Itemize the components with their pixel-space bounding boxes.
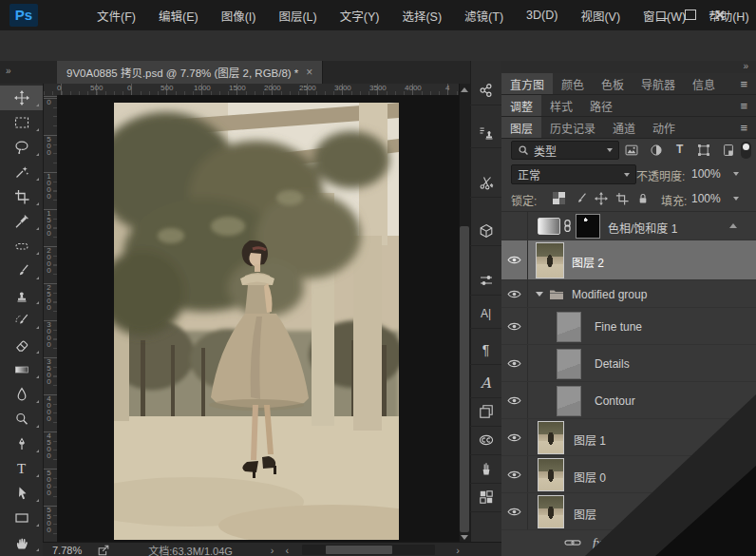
layer-name[interactable]: Modified group (572, 288, 647, 301)
tab-channels[interactable]: 通道 (604, 117, 644, 138)
filter-adjustment-layers-icon[interactable] (650, 144, 663, 157)
document-tab[interactable]: 9V0A0885 拷贝.psd @ 7.78% (图层 2, RGB/8) * … (57, 61, 323, 84)
fill-caret-icon[interactable] (733, 197, 739, 201)
layer-name[interactable]: Fine tune (595, 320, 642, 334)
layer-visibility-toggle[interactable] (501, 345, 528, 381)
document-image[interactable] (114, 103, 399, 540)
filter-toggle-switch[interactable] (741, 142, 751, 159)
layer-visibility-toggle[interactable] (501, 240, 528, 279)
healing-brush-tool[interactable] (0, 234, 43, 259)
maximize-button[interactable] (678, 7, 703, 23)
layer-row-details[interactable]: Details (501, 345, 756, 382)
scroll-right-icon[interactable]: › (456, 545, 460, 556)
menu-filter[interactable]: 滤镜(T) (455, 7, 513, 25)
hand-tool[interactable] (0, 530, 43, 555)
tab-history[interactable]: 历史记录 (541, 117, 604, 138)
canvas-area[interactable] (57, 95, 459, 542)
panel-menu-icon[interactable]: ≡ (731, 73, 756, 94)
layer-thumbnail[interactable] (538, 421, 564, 454)
artboards-panel-button[interactable] (470, 397, 501, 427)
tab-navigator[interactable]: 导航器 (633, 73, 684, 94)
layer-row-hue-saturation[interactable]: 色相/饱和度 1 (501, 211, 756, 240)
glyphs-panel-button[interactable]: A (470, 369, 501, 398)
menu-edit[interactable]: 编辑(E) (149, 7, 208, 25)
export-assets-panel-button[interactable] (470, 483, 501, 512)
lock-all-icon[interactable] (634, 190, 651, 206)
layer-row-group[interactable]: Modified group (501, 280, 756, 308)
blur-tool[interactable] (0, 382, 43, 407)
layer-visibility-toggle[interactable] (501, 382, 528, 418)
layer-row-fine-tune[interactable]: Fine tune (501, 308, 756, 345)
brush-tool[interactable] (0, 259, 43, 283)
fill-value[interactable]: 100% (691, 192, 721, 205)
menu-3d[interactable]: 3D(D) (517, 9, 567, 22)
document-size-info[interactable]: 文档:63.3M/1.04G (148, 543, 233, 556)
marquee-tool[interactable] (0, 110, 43, 135)
tab-actions[interactable]: 动作 (644, 117, 684, 138)
layer-row-contour[interactable]: Contour (501, 382, 756, 419)
node-graph-panel-button[interactable] (470, 76, 501, 105)
zoom-level-field[interactable]: 7.78% (52, 545, 82, 556)
status-chevron-left-icon[interactable]: ‹ (286, 545, 290, 556)
horizontal-scrollbar-thumb[interactable] (326, 546, 392, 554)
minimize-button[interactable] (650, 7, 674, 23)
lock-artboard-icon[interactable] (614, 190, 630, 206)
layer-visibility-toggle[interactable] (501, 308, 528, 344)
layer-name[interactable]: 图层 0 (574, 469, 606, 485)
tab-adjustments[interactable]: 调整 (501, 95, 541, 116)
menu-file[interactable]: 文件(F) (87, 7, 145, 25)
tab-layers[interactable]: 图层 (501, 117, 541, 138)
layer-row-layer2-selected[interactable]: 图层 2 (501, 240, 756, 280)
share-icon[interactable] (97, 544, 110, 556)
layer-name[interactable]: Details (595, 357, 630, 371)
tool-presets-panel-button[interactable] (470, 168, 501, 198)
rectangle-tool[interactable] (0, 506, 43, 530)
layer-thumbnail[interactable] (536, 242, 564, 278)
status-chevron-right-icon[interactable]: › (271, 545, 274, 556)
panel-menu-icon[interactable]: ≡ (731, 117, 756, 138)
filter-shape-layers-icon[interactable] (697, 144, 710, 157)
layer-visibility-toggle[interactable] (501, 419, 528, 455)
path-selection-tool[interactable] (0, 481, 43, 506)
tab-paths[interactable]: 路径 (581, 95, 621, 116)
mask-link-icon[interactable] (562, 219, 573, 233)
lock-position-icon[interactable] (593, 190, 609, 206)
adjustment-thumbnail[interactable] (538, 218, 560, 235)
menu-layer[interactable]: 图层(L) (269, 7, 326, 25)
layer-name[interactable]: 图层 1 (574, 431, 606, 448)
vertical-ruler[interactable]: 0 500 1000 1500 2000 2500 3000 3500 4000… (43, 95, 58, 542)
layer-thumbnail[interactable] (557, 312, 581, 342)
menu-view[interactable]: 视图(V) (571, 7, 630, 25)
layer-name[interactable]: 色相/饱和度 1 (608, 220, 677, 236)
adjustments-panel-button[interactable] (470, 266, 501, 296)
filter-pixel-layers-icon[interactable] (625, 144, 638, 157)
opacity-value[interactable]: 100% (691, 167, 721, 181)
layer-name[interactable]: 图层 2 (572, 254, 604, 270)
layer-thumbnail[interactable] (557, 386, 581, 416)
menu-type[interactable]: 文字(Y) (331, 7, 389, 25)
dodge-tool[interactable] (0, 407, 43, 431)
tab-histogram[interactable]: 直方图 (501, 73, 553, 94)
lock-transparent-icon[interactable] (551, 190, 567, 206)
clone-source-panel-button[interactable] (470, 119, 501, 148)
type-tool[interactable]: T (0, 456, 43, 481)
layer-visibility-toggle[interactable] (501, 456, 528, 492)
clone-stamp-tool[interactable] (0, 283, 43, 308)
filter-type-layers-icon[interactable]: T (676, 143, 683, 156)
brush-presets-panel-button[interactable] (470, 454, 501, 484)
history-brush-tool[interactable] (0, 308, 43, 333)
layer-thumbnail[interactable] (538, 458, 564, 491)
layer-visibility-toggle[interactable] (501, 280, 528, 307)
tab-swatches[interactable]: 色板 (593, 73, 633, 94)
lock-pixels-icon[interactable] (572, 190, 588, 206)
close-button[interactable] (707, 7, 731, 23)
menu-select[interactable]: 选择(S) (392, 7, 451, 25)
group-expand-icon[interactable] (536, 292, 543, 297)
character-panel-button[interactable]: A| (470, 299, 501, 329)
eraser-tool[interactable] (0, 333, 43, 357)
layer-visibility-toggle[interactable] (501, 211, 528, 240)
magic-wand-tool[interactable] (0, 160, 43, 184)
menu-image[interactable]: 图像(I) (212, 7, 266, 25)
pen-tool[interactable] (0, 431, 43, 456)
horizontal-scrollbar[interactable] (302, 545, 435, 555)
